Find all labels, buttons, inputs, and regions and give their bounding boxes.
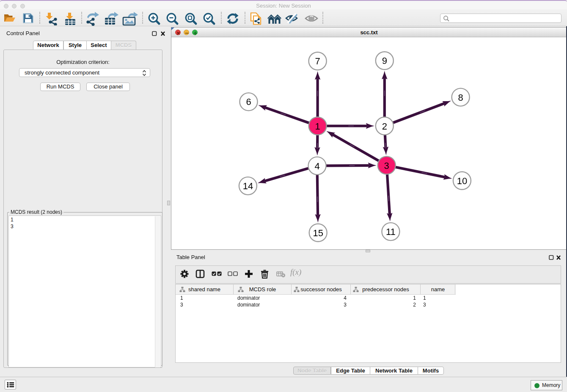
svg-text:7: 7 [315, 56, 320, 66]
svg-text:1: 1 [315, 121, 320, 132]
svg-text:14: 14 [243, 181, 253, 191]
svg-text:15: 15 [313, 228, 323, 238]
svg-text:6: 6 [246, 97, 251, 107]
svg-text:10: 10 [457, 176, 467, 186]
svg-text:2: 2 [382, 121, 387, 132]
svg-text:9: 9 [382, 55, 387, 66]
svg-text:3: 3 [384, 160, 389, 171]
svg-text:4: 4 [314, 161, 319, 171]
svg-text:11: 11 [386, 226, 396, 237]
svg-text:8: 8 [458, 92, 463, 103]
